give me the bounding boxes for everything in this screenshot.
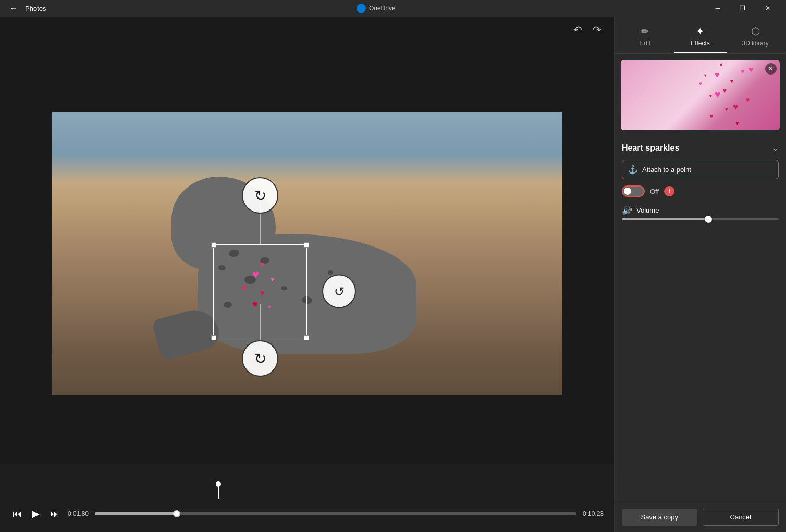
minimize-button[interactable]: ─ (706, 0, 730, 17)
play-button[interactable]: ▶ (30, 506, 42, 522)
video-area: ↶ ↷ (0, 17, 614, 532)
edit-icon: ✏ (641, 25, 649, 38)
tab-edit-label: Edit (640, 40, 650, 47)
redo-button[interactable]: ↷ (591, 21, 604, 38)
playback-row: ⏮ ▶ ⏭ 0:01.80 0:10.23 (10, 503, 604, 524)
timeline-strip[interactable] (10, 485, 604, 499)
anchor-icon: ⚓ (628, 165, 638, 175)
onedrive-label: OneDrive (369, 5, 396, 12)
handle-top-left[interactable] (211, 242, 216, 248)
toggle-row: Off 1 (622, 185, 779, 197)
undo-button[interactable]: ↶ (571, 21, 584, 38)
selection-box[interactable]: ↻ ↺ ↻ (213, 244, 307, 338)
tab-effects-label: Effects (691, 40, 709, 47)
collapse-button[interactable]: ⌄ (772, 143, 779, 153)
toggle-knob (624, 188, 631, 195)
effects-icon: ✦ (696, 25, 705, 38)
rotate-handle-bottom[interactable]: ↻ (242, 340, 278, 377)
next-frame-button[interactable]: ⏭ (48, 506, 62, 522)
onedrive-area: OneDrive (357, 4, 396, 13)
total-time: 0:10.23 (583, 510, 604, 517)
video-canvas: ♥ ♥ ♥ ♥ ♥ ♥ ♥ ↻ ↺ (52, 112, 562, 395)
handle-bottom-left[interactable] (211, 335, 216, 340)
handle-bottom-right[interactable] (304, 335, 309, 340)
3d-icon: ⬡ (751, 25, 760, 38)
toolbar-row: ↶ ↷ (0, 17, 614, 43)
attach-row[interactable]: ⚓ Attach to a point (622, 160, 779, 179)
rotate-handle-top[interactable]: ↻ (242, 177, 278, 214)
restore-button[interactable]: ❐ (731, 0, 755, 17)
tab-edit[interactable]: ✏ Edit (619, 21, 672, 53)
effect-close-button[interactable]: ✕ (765, 63, 777, 75)
volume-slider[interactable] (622, 218, 779, 220)
volume-fill (622, 218, 708, 220)
volume-label-row: 🔊 Volume (622, 205, 779, 215)
volume-icon: 🔊 (622, 205, 632, 215)
controls-area: ⏮ ▶ ⏭ 0:01.80 0:10.23 (0, 464, 614, 532)
tab-effects[interactable]: ✦ Effects (674, 21, 727, 53)
handle-top-right[interactable] (304, 242, 309, 248)
attach-label: Attach to a point (642, 166, 691, 174)
marker-head (216, 481, 221, 487)
timeline-marker (218, 485, 219, 499)
skip-back-button[interactable]: ⏮ (10, 506, 24, 522)
back-button[interactable]: ← (6, 1, 21, 16)
cancel-button[interactable]: Cancel (703, 509, 779, 526)
toggle-badge: 1 (664, 186, 674, 196)
panel-footer: Save a copy Cancel (615, 502, 786, 532)
flip-handle[interactable]: ↺ (322, 275, 356, 308)
titlebar-left: ← Photos (6, 1, 46, 16)
main-layout: ↶ ↷ (0, 17, 786, 532)
canvas-area: ♥ ♥ ♥ ♥ ♥ ♥ ♥ ↻ ↺ (0, 43, 614, 464)
volume-section: 🔊 Volume (622, 205, 779, 220)
tab-3d-library[interactable]: ⬡ 3D library (729, 21, 782, 53)
titlebar: ← Photos OneDrive ─ ❐ ✕ (0, 0, 786, 17)
progress-fill (95, 512, 177, 515)
effect-card: ♥ ♥ ♥ ♥ ♥ ♥ ♥ ♥ ♥ ♥ ♥ ♥ ♥ ♥ ♥ ✕ (621, 60, 780, 130)
progress-bar[interactable] (95, 512, 576, 515)
volume-thumb[interactable] (705, 216, 712, 223)
progress-thumb[interactable] (173, 510, 180, 517)
close-button[interactable]: ✕ (756, 0, 780, 17)
effect-header: Heart sparkles ⌄ (622, 143, 779, 153)
right-panel: ✏ Edit ✦ Effects ⬡ 3D library ♥ ♥ ♥ ♥ ♥ … (614, 17, 786, 532)
effect-preview: ♥ ♥ ♥ ♥ ♥ ♥ ♥ ♥ ♥ ♥ ♥ ♥ ♥ ♥ ♥ (621, 60, 780, 130)
tab-3d-label: 3D library (742, 40, 769, 47)
volume-label: Volume (636, 206, 659, 214)
window-controls: ─ ❐ ✕ (706, 0, 780, 17)
toggle-switch[interactable] (622, 185, 645, 197)
current-time: 0:01.80 (68, 510, 89, 517)
effect-name: Heart sparkles (622, 143, 679, 153)
panel-tabs: ✏ Edit ✦ Effects ⬡ 3D library (615, 17, 786, 54)
toggle-label: Off (650, 188, 659, 195)
bottom-line (260, 304, 261, 340)
onedrive-icon (357, 4, 366, 13)
app-title: Photos (25, 5, 46, 13)
save-copy-button[interactable]: Save a copy (622, 509, 697, 526)
effect-controls: Heart sparkles ⌄ ⚓ Attach to a point Off… (615, 137, 786, 227)
